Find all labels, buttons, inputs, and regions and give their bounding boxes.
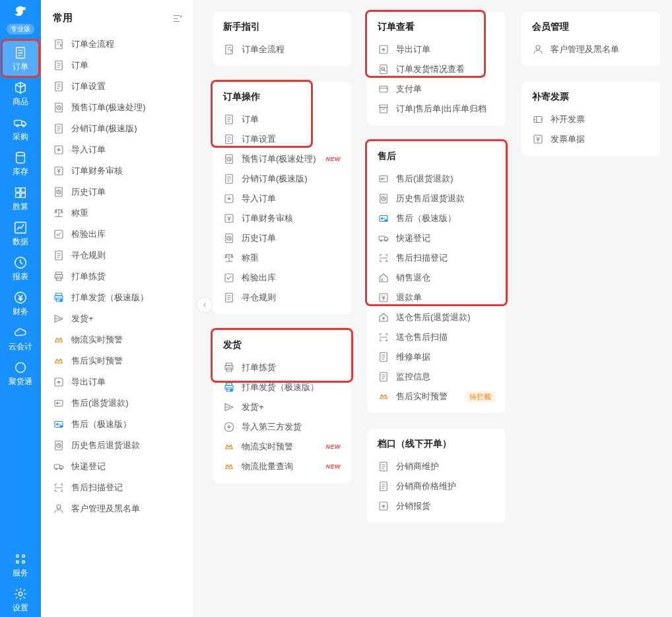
- svg-point-46: [61, 469, 62, 470]
- common-item[interactable]: 导出订单: [53, 372, 184, 393]
- common-item[interactable]: 打单发货（极速版）: [53, 287, 184, 308]
- group-item[interactable]: 历史订单: [223, 228, 341, 248]
- common-item[interactable]: 客户管理及黑名单: [53, 498, 184, 519]
- group-item[interactable]: 销售退仓: [378, 268, 495, 288]
- sort-icon[interactable]: [172, 13, 184, 24]
- panel-common: 常用 订单全流程订单订单设置预售订单(极速处理)分销订单(极速版)导入订单订单财…: [41, 0, 193, 617]
- common-item[interactable]: 历史订单: [53, 181, 184, 203]
- common-item[interactable]: 打单拣货: [53, 266, 184, 287]
- common-item[interactable]: 订单全流程: [53, 34, 184, 55]
- nav-商品[interactable]: 商品: [3, 76, 38, 111]
- nav-聚货通[interactable]: 聚货通: [3, 356, 38, 391]
- common-item[interactable]: 售后（极速版）: [53, 414, 184, 435]
- collapse-button[interactable]: [197, 297, 213, 313]
- return-fast-icon: [53, 418, 65, 430]
- group-item[interactable]: 导入订单: [223, 189, 341, 209]
- group-item[interactable]: 称重: [223, 248, 341, 268]
- group-item[interactable]: 预售订单(极速处理)NEW: [223, 149, 341, 169]
- group-item[interactable]: 物流实时预警NEW: [223, 437, 341, 457]
- group-item[interactable]: 检验出库: [223, 268, 341, 288]
- group-item[interactable]: 维修单据: [378, 347, 495, 367]
- new-badge: NEW: [326, 463, 341, 470]
- group-item[interactable]: 售后（极速版）: [378, 209, 495, 228]
- common-item[interactable]: 预售订单(极速处理): [53, 97, 184, 118]
- group-item[interactable]: 订单设置: [223, 129, 341, 149]
- group-item[interactable]: 发货+: [223, 397, 341, 417]
- common-item[interactable]: 订单: [53, 55, 184, 76]
- common-item[interactable]: 售后实时预警: [53, 350, 184, 372]
- common-item[interactable]: 历史售后退货退款: [53, 435, 184, 456]
- nav-胜算[interactable]: 胜算: [3, 181, 38, 216]
- common-item[interactable]: 快递登记: [53, 456, 184, 477]
- svg-point-16: [17, 561, 19, 564]
- svg-rect-58: [225, 274, 233, 282]
- group-item[interactable]: 监控信息: [378, 367, 495, 387]
- nav-报表[interactable]: 报表: [3, 251, 38, 286]
- vip-alert-icon: [53, 355, 65, 367]
- print-icon: [223, 362, 235, 373]
- group-item[interactable]: 分销商价格维护: [378, 476, 495, 496]
- nav-采购[interactable]: 采购: [3, 111, 38, 146]
- group-title: 售后: [378, 150, 495, 162]
- group-item[interactable]: 打单拣货: [223, 358, 341, 377]
- svg-rect-66: [230, 389, 234, 391]
- common-item[interactable]: 导入订单: [53, 139, 184, 160]
- nav-订单[interactable]: 订单: [3, 41, 38, 76]
- nav-库存[interactable]: 库存: [3, 146, 38, 181]
- common-item[interactable]: 订单设置: [53, 76, 184, 97]
- flow-icon: [223, 44, 235, 55]
- common-title: 常用: [53, 12, 73, 24]
- group-item[interactable]: 订单财务审核: [223, 209, 341, 228]
- apps-icon: [13, 552, 28, 566]
- common-item[interactable]: 发货+: [53, 308, 184, 329]
- group-item[interactable]: 客户管理及黑名单: [532, 40, 650, 59]
- group-item[interactable]: 送仓售后扫描: [378, 327, 495, 347]
- group-item[interactable]: 订单|售后单|出库单归档: [378, 99, 495, 119]
- group-item[interactable]: 分销商维护: [378, 457, 495, 476]
- common-item[interactable]: 物流实时预警: [53, 329, 184, 350]
- svg-point-14: [17, 555, 19, 558]
- group-item[interactable]: 发票单据: [532, 129, 650, 149]
- group-title: 订单查看: [378, 21, 495, 33]
- group-item[interactable]: 订单发货情况查看: [378, 59, 495, 79]
- group-item[interactable]: 订单: [223, 110, 341, 129]
- group-item[interactable]: 导入第三方发货: [223, 417, 341, 437]
- home-ret-icon: [378, 272, 389, 284]
- group-item[interactable]: 分销订单(极速版): [223, 169, 341, 189]
- nav-财务[interactable]: 财务: [3, 286, 38, 321]
- common-item[interactable]: 订单财务审核: [53, 160, 184, 181]
- group-item[interactable]: 历史售后退货退款: [378, 189, 495, 209]
- group: 补寄发票补开发票发票单据: [521, 82, 660, 156]
- yen-box-icon: [532, 133, 544, 145]
- group-item[interactable]: 导出订单: [378, 40, 495, 59]
- group-item[interactable]: 订单全流程: [223, 40, 341, 59]
- common-item[interactable]: 寻仓规则: [53, 245, 184, 266]
- common-item[interactable]: 售后扫描登记: [53, 477, 184, 498]
- group-item[interactable]: 售后扫描登记: [378, 248, 495, 268]
- nav-数据[interactable]: 数据: [3, 216, 38, 251]
- group-item[interactable]: 支付单: [378, 79, 495, 99]
- common-item[interactable]: 分销订单(极速版): [53, 118, 184, 139]
- group-item[interactable]: 补开发票: [532, 110, 650, 129]
- group-item[interactable]: 送仓售后(退货退款): [378, 308, 495, 327]
- user-icon: [532, 44, 544, 55]
- common-item[interactable]: 售后(退货退款): [53, 393, 184, 414]
- common-item[interactable]: 检验出库: [53, 224, 184, 245]
- nav-服务[interactable]: 服务: [3, 547, 38, 582]
- common-item[interactable]: 称重: [53, 203, 184, 224]
- nav-设置[interactable]: 设置: [3, 582, 38, 617]
- svg-point-18: [18, 592, 22, 596]
- nav-云会计[interactable]: 云会计: [3, 321, 38, 356]
- svg-rect-41: [60, 426, 63, 428]
- group-item[interactable]: 寻仓规则: [223, 288, 341, 308]
- group-item[interactable]: 退款单: [378, 288, 495, 308]
- group-item[interactable]: 物流批量查询NEW: [223, 457, 341, 476]
- group-item[interactable]: 快递登记: [378, 228, 495, 248]
- group-item[interactable]: 打单发货（极速版）: [223, 377, 341, 397]
- group-item[interactable]: 售后(退货退款): [378, 169, 495, 189]
- scale-icon: [223, 252, 235, 264]
- scan-icon: [378, 252, 389, 264]
- archive-icon: [378, 103, 389, 115]
- group-item[interactable]: 分销报货: [378, 496, 495, 516]
- group-item[interactable]: 售后实时预警待拦截: [378, 387, 495, 406]
